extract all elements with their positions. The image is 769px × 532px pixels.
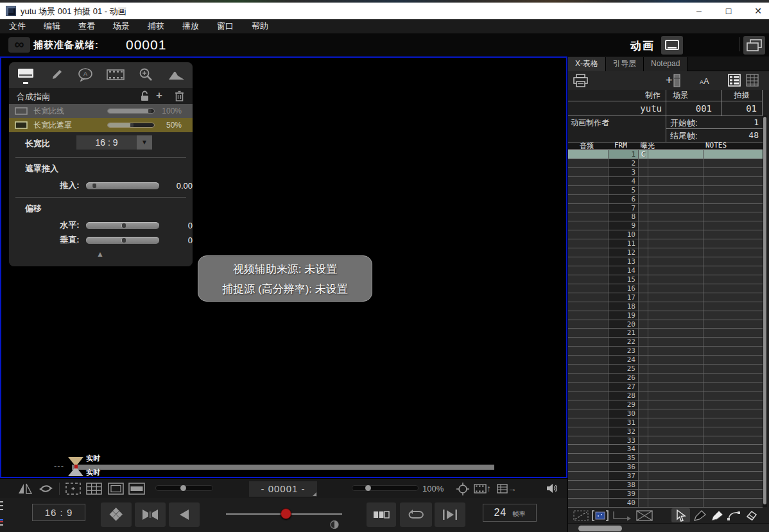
audio-cell[interactable] — [568, 382, 609, 391]
audio-cell[interactable] — [568, 418, 609, 427]
expoc-cell[interactable] — [639, 204, 648, 212]
xsheet-row[interactable]: 9 — [568, 221, 763, 230]
menu-item-capture[interactable]: 捕获 — [139, 19, 173, 33]
collapse-panel-arrow[interactable]: ▲ — [96, 250, 104, 259]
xsheet-row[interactable]: 40 — [568, 499, 763, 508]
xsheet-row[interactable]: 23 — [568, 347, 763, 356]
audio-cell[interactable] — [568, 338, 609, 346]
frm-cell[interactable]: 22 — [609, 338, 639, 346]
expo-cell[interactable] — [648, 248, 704, 257]
frm-cell[interactable]: 37 — [609, 472, 639, 480]
expoc-cell[interactable] — [639, 311, 648, 320]
pushin-slider[interactable] — [86, 182, 160, 189]
xsheet-row[interactable]: 18 — [568, 302, 763, 311]
guide-row-aspect-mask[interactable]: 长宽比遮罩 50% — [9, 118, 193, 132]
frm-cell[interactable]: 32 — [609, 427, 639, 436]
expoc-cell[interactable] — [639, 490, 648, 498]
view-dense-button[interactable] — [728, 74, 741, 89]
audio-cell[interactable] — [568, 275, 609, 284]
expoc-cell[interactable] — [639, 454, 648, 462]
safe-area-button[interactable] — [108, 483, 124, 497]
expo-cell[interactable] — [648, 481, 704, 489]
audio-cell[interactable] — [568, 365, 609, 373]
live-view-button[interactable] — [661, 36, 683, 55]
xsheet-row[interactable]: 28 — [568, 391, 763, 400]
notes-cell[interactable] — [704, 445, 763, 453]
notes-cell[interactable] — [704, 338, 763, 346]
frm-cell[interactable]: 30 — [609, 409, 639, 418]
xsheet-row[interactable]: 22 — [568, 338, 763, 347]
notes-cell[interactable] — [704, 177, 763, 185]
frm-cell[interactable]: 15 — [609, 275, 639, 284]
guide-row-aspect-lines[interactable]: 长宽比线 100% — [9, 104, 193, 118]
expo-cell[interactable] — [648, 463, 704, 471]
frm-cell[interactable]: 10 — [609, 230, 639, 239]
aspect-ratio-select[interactable]: 16 : 9 ▼ — [76, 135, 152, 150]
expoc-cell[interactable] — [639, 373, 648, 382]
notes-cell[interactable] — [704, 293, 763, 302]
frm-cell[interactable]: 3 — [609, 168, 639, 176]
frm-cell[interactable]: 25 — [609, 365, 639, 373]
production-name[interactable]: yutu — [568, 101, 666, 116]
xsheet-row[interactable]: 32 — [568, 427, 763, 436]
audio-cell[interactable] — [568, 212, 609, 221]
expoc-cell[interactable] — [639, 356, 648, 364]
xsheet-row[interactable]: 38 — [568, 481, 763, 490]
notes-cell[interactable] — [704, 150, 763, 159]
horizontal-slider[interactable] — [86, 222, 160, 229]
step-backward-button[interactable] — [169, 502, 200, 527]
expoc-cell[interactable] — [639, 212, 648, 221]
auto-toggle[interactable] — [329, 520, 340, 531]
expoc-cell[interactable] — [639, 195, 648, 203]
expo-cell[interactable] — [648, 391, 704, 400]
eraser-tool-button[interactable] — [742, 508, 759, 522]
expo-cell[interactable] — [648, 499, 704, 507]
expo-cell[interactable] — [648, 239, 704, 248]
expo-cell[interactable] — [648, 356, 704, 364]
frm-cell[interactable]: 11 — [609, 239, 639, 248]
frm-cell[interactable]: 40 — [609, 499, 639, 507]
notes-cell[interactable] — [704, 221, 763, 230]
expo-cell[interactable] — [648, 177, 704, 185]
frm-cell[interactable]: 27 — [609, 382, 639, 391]
timeline-track[interactable] — [72, 465, 494, 470]
center-marks-button[interactable] — [65, 483, 81, 497]
slider-knob[interactable] — [121, 223, 126, 228]
audio-cell[interactable] — [568, 472, 609, 480]
audio-cell[interactable] — [568, 150, 609, 159]
expoc-cell[interactable] — [639, 365, 648, 373]
histogram-tab-button[interactable] — [168, 69, 185, 83]
expo-cell[interactable] — [648, 204, 704, 212]
end-frame-cell[interactable]: 结尾帧: 48 — [666, 129, 763, 142]
expo-cell[interactable] — [648, 400, 704, 409]
frm-cell[interactable]: 34 — [609, 445, 639, 453]
expo-cell[interactable] — [648, 221, 704, 230]
frm-cell[interactable]: 38 — [609, 481, 639, 489]
frm-cell[interactable]: 36 — [609, 463, 639, 471]
expo-cell[interactable] — [648, 266, 704, 275]
expo-cell[interactable] — [648, 365, 704, 373]
toggle-live-button[interactable] — [135, 502, 166, 527]
expoc-cell[interactable] — [639, 221, 648, 230]
expoc-cell[interactable] — [639, 427, 648, 436]
expoc-cell[interactable] — [639, 320, 648, 329]
vertical-slider[interactable] — [86, 237, 160, 244]
audio-cell[interactable] — [568, 168, 609, 176]
audio-cell[interactable] — [568, 481, 609, 489]
frm-cell[interactable]: 16 — [609, 284, 639, 293]
expoc-cell[interactable] — [639, 418, 648, 427]
pen-black-tool-button[interactable] — [691, 508, 708, 522]
notes-cell[interactable] — [704, 284, 763, 293]
notes-cell[interactable] — [704, 239, 763, 248]
expoc-cell[interactable] — [639, 338, 648, 346]
expoc-cell[interactable] — [639, 445, 648, 453]
expo-cell[interactable] — [648, 275, 704, 284]
xsheet-row[interactable]: 30 — [568, 409, 763, 418]
expoc-cell[interactable] — [639, 257, 648, 266]
notes-cell[interactable] — [704, 373, 763, 382]
expoc-cell[interactable] — [639, 481, 648, 489]
expo-cell[interactable] — [648, 490, 704, 498]
notes-cell[interactable] — [704, 382, 763, 391]
frm-cell[interactable]: 14 — [609, 266, 639, 275]
expo-cell[interactable] — [648, 150, 704, 159]
